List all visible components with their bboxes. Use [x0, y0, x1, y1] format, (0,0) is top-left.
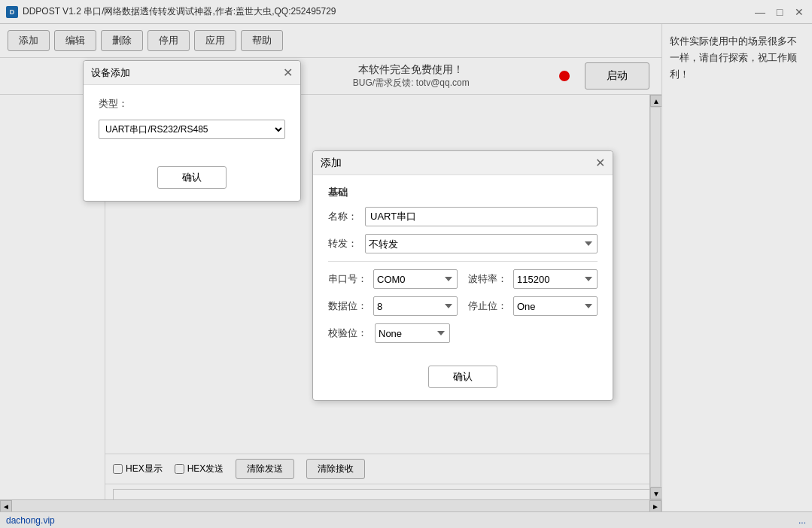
stopbits-select[interactable]: One [513, 296, 598, 316]
dialog-device-add-body: 类型： UART串口/RS232/RS485 [84, 85, 300, 160]
section-title: 基础 [328, 186, 598, 199]
parity-field-row: 校验位： None [328, 323, 598, 343]
baud-label: 波特率： [468, 272, 507, 286]
name-label: 名称： [328, 210, 357, 223]
port-label: 串口号： [328, 272, 367, 286]
port-baud-row: 串口号： COM0 波特率： 115200 [328, 269, 598, 289]
dialog-add-title: 添加 [321, 156, 342, 170]
port-select[interactable]: COM0 [373, 269, 458, 289]
databits-item: 数据位： 8 [328, 296, 458, 316]
dialog-device-add-confirm[interactable]: 确认 [157, 166, 227, 189]
type-row: 类型： [99, 97, 285, 111]
parity-label: 校验位： [328, 326, 367, 340]
type-select-row: UART串口/RS232/RS485 [99, 120, 285, 139]
port-item: 串口号： COM0 [328, 269, 458, 289]
dialog-device-add-titlebar: 设备添加 ✕ [84, 61, 300, 85]
name-input[interactable] [365, 207, 598, 226]
dialog-add-footer: 确认 [313, 361, 613, 400]
dialog-device-add-footer: 确认 [84, 160, 300, 201]
databits-stopbits-row: 数据位： 8 停止位： One [328, 296, 598, 316]
parity-select[interactable]: None [375, 323, 450, 343]
dialog-add-close[interactable]: ✕ [595, 156, 605, 170]
databits-select[interactable]: 8 [373, 296, 458, 316]
stopbits-item: 停止位： One [468, 296, 598, 316]
dialog-device-add: 设备添加 ✕ 类型： UART串口/RS232/RS485 确认 [83, 60, 301, 202]
forward-label: 转发： [328, 237, 357, 250]
forward-select[interactable]: 不转发 [365, 234, 598, 253]
stopbits-label: 停止位： [468, 299, 507, 313]
dialog-device-add-close[interactable]: ✕ [283, 65, 293, 80]
dialog-add-confirm[interactable]: 确认 [428, 366, 497, 388]
name-field-row: 名称： [328, 207, 598, 226]
forward-field-row: 转发： 不转发 [328, 234, 598, 253]
baud-select[interactable]: 115200 [513, 269, 598, 289]
dialog-device-add-title: 设备添加 [91, 66, 130, 80]
divider [328, 261, 598, 262]
baud-item: 波特率： 115200 [468, 269, 598, 289]
databits-label: 数据位： [328, 299, 367, 313]
type-select[interactable]: UART串口/RS232/RS485 [99, 120, 285, 139]
type-label: 类型： [99, 97, 128, 111]
dialog-add: 添加 ✕ 基础 名称： 转发： 不转发 串口号： COM0 波 [312, 150, 613, 401]
dialog-add-titlebar: 添加 ✕ [313, 151, 613, 175]
dialog-add-body: 基础 名称： 转发： 不转发 串口号： COM0 波特率： [313, 175, 613, 361]
